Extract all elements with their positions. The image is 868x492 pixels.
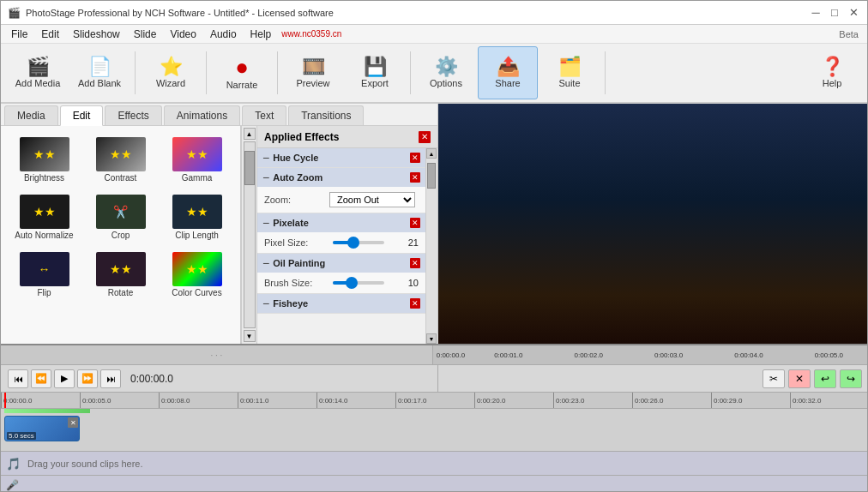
help-button[interactable]: ❓ Help — [802, 46, 862, 99]
tab-animations[interactable]: Animations — [164, 105, 240, 125]
tab-edit[interactable]: Edit — [60, 105, 104, 126]
clip-close-button[interactable]: ✕ — [68, 417, 78, 428]
share-icon: 📤 — [497, 57, 520, 76]
effect-contrast[interactable]: ★★ Contrast — [84, 133, 157, 187]
scroll-down-button[interactable]: ▼ — [244, 330, 256, 342]
auto-zoom-collapse[interactable]: − — [262, 171, 269, 184]
tab-effects[interactable]: Effects — [105, 105, 161, 125]
skip-end-button[interactable]: ⏭ — [100, 369, 121, 388]
zoom-label: Zoom: — [264, 195, 324, 205]
pixel-size-track[interactable] — [333, 241, 384, 244]
cut-button[interactable]: ✂ — [763, 369, 785, 388]
toolbar-divider-4 — [410, 51, 411, 94]
pixelate-collapse[interactable]: − — [262, 216, 269, 230]
applied-effects-close[interactable]: ✕ — [419, 131, 431, 143]
auto-normalize-label: Auto Normalize — [15, 231, 73, 240]
wizard-button[interactable]: ⭐ Wizard — [141, 46, 201, 99]
loop-button[interactable]: ↩ — [814, 369, 836, 388]
effect-clip-length[interactable]: ★★ Clip Length — [160, 190, 233, 244]
hue-cycle-collapse[interactable]: − — [262, 151, 269, 165]
ae-scroll-up[interactable]: ▲ — [426, 148, 437, 159]
options-button[interactable]: ⚙️ Options — [416, 46, 476, 99]
preview-ruler: 0:00:00.0 0:00:01.0 0:00:02.0 0:00:03.0 … — [433, 345, 868, 364]
auto-zoom-remove[interactable]: ✕ — [410, 172, 420, 183]
audio-track: 🎵 Drag your sound clips here. — [1, 452, 868, 476]
effect-rotate[interactable]: ★★ Rotate — [84, 248, 157, 302]
suite-button[interactable]: 🗂️ Suite — [539, 46, 600, 99]
title-bar-left: 🎬 PhotoStage Professional by NCH Softwar… — [8, 7, 334, 19]
menu-slide[interactable]: Slide — [127, 27, 164, 42]
contrast-label: Contrast — [105, 173, 137, 183]
menu-video[interactable]: Video — [163, 27, 202, 42]
fisheye-collapse[interactable]: − — [262, 297, 269, 310]
menu-file[interactable]: File — [4, 27, 34, 42]
add-blank-button[interactable]: 📄 Add Blank — [69, 46, 130, 99]
close-button[interactable]: ✕ — [845, 4, 862, 21]
play-button[interactable]: ▶ — [54, 369, 75, 388]
effect-color-curves[interactable]: ★★ Color Curves — [160, 248, 233, 302]
share-button[interactable]: 📤 Share — [478, 46, 538, 99]
transport-row: ⏮ ⏪ ▶ ⏩ ⏭ 0:00:00.0 ✂ ✕ ↩ ↪ — [1, 364, 868, 392]
ae-scroll-track — [426, 159, 437, 333]
scroll-up-button[interactable]: ▲ — [244, 128, 256, 140]
effect-crop[interactable]: ✂️ Crop — [84, 190, 157, 244]
ae-scroll-thumb[interactable] — [427, 163, 436, 189]
toolbar-divider-1 — [135, 51, 136, 94]
main-window: 🎬 PhotoStage Professional by NCH Softwar… — [1, 1, 868, 492]
applied-effect-pixelate: − Pixelate ✕ Pixel Size: — [257, 213, 425, 254]
export-button[interactable]: 💾 Export — [345, 46, 405, 99]
preview-button[interactable]: 🎞️ Preview — [283, 46, 343, 99]
applied-effects-scrollbar: ▲ ▼ — [425, 148, 437, 344]
brush-size-thumb[interactable] — [346, 277, 358, 289]
audio-drop-text: Drag your sound clips here. — [27, 459, 143, 469]
clip-item[interactable]: ✕ 5.0 secs — [4, 416, 80, 441]
tab-media[interactable]: Media — [4, 105, 58, 125]
restore-button[interactable]: □ — [826, 4, 843, 21]
tab-transitions[interactable]: Transitions — [288, 105, 364, 125]
minimize-button[interactable]: ─ — [807, 4, 824, 21]
clip-length-label: Clip Length — [175, 231, 219, 240]
help-label: Help — [823, 78, 842, 88]
scroll-thumb[interactable] — [244, 151, 255, 185]
effect-brightness[interactable]: ★★ Brightness — [8, 133, 81, 187]
hue-cycle-remove[interactable]: ✕ — [410, 153, 420, 163]
tl-ruler-6: 0:00:20.0 — [474, 392, 553, 409]
preview-area — [438, 104, 868, 344]
pixelate-remove[interactable]: ✕ — [410, 218, 420, 228]
next-frame-button[interactable]: ⏩ — [77, 369, 98, 388]
auto-zoom-header: − Auto Zoom ✕ — [257, 168, 425, 187]
applied-effects-header: Applied Effects ✕ — [257, 126, 437, 148]
gamma-label: Gamma — [182, 173, 213, 183]
green-bar — [4, 409, 90, 413]
clip-length-thumb: ★★ — [172, 195, 222, 229]
ruler-4: 0:00:04.0 — [708, 351, 788, 359]
oil-painting-collapse[interactable]: − — [262, 256, 269, 270]
menu-edit[interactable]: Edit — [34, 27, 66, 42]
brush-size-track[interactable] — [333, 281, 384, 285]
applied-effect-hue-cycle: − Hue Cycle ✕ — [257, 148, 425, 168]
fisheye-remove[interactable]: ✕ — [410, 298, 420, 309]
tab-text[interactable]: Text — [242, 105, 286, 125]
effect-gamma[interactable]: ★★ Gamma — [160, 133, 233, 187]
add-media-button[interactable]: 🎬 Add Media — [8, 46, 68, 99]
flip-thumb: ↔️ — [20, 252, 69, 286]
oil-painting-remove[interactable]: ✕ — [410, 258, 420, 268]
menu-slideshow[interactable]: Slideshow — [66, 27, 127, 42]
effect-auto-normalize[interactable]: ★★ Auto Normalize — [8, 190, 81, 244]
effect-flip[interactable]: ↔️ Flip — [8, 248, 81, 302]
ae-scroll-down[interactable]: ▼ — [426, 333, 437, 344]
skip-start-button[interactable]: ⏮ — [8, 369, 28, 388]
delete-button[interactable]: ✕ — [788, 369, 811, 388]
zoom-select[interactable]: Zoom Out Zoom In Zoom In/Out Zoom Out/In — [329, 192, 415, 207]
pixelate-header: − Pixelate ✕ — [257, 213, 425, 232]
ruler-0: 0:00:00.0 — [433, 351, 468, 359]
mic-icon: 🎤 — [6, 479, 19, 491]
repeat-button[interactable]: ↪ — [840, 369, 862, 388]
pixel-size-thumb[interactable] — [347, 237, 359, 249]
menu-help[interactable]: Help — [244, 27, 279, 42]
prev-frame-button[interactable]: ⏪ — [31, 369, 51, 388]
clip-length-stars: ★★ — [186, 205, 208, 219]
narrate-button[interactable]: ● Narrate — [212, 46, 272, 99]
add-blank-label: Add Blank — [78, 78, 121, 88]
menu-audio[interactable]: Audio — [203, 27, 244, 42]
